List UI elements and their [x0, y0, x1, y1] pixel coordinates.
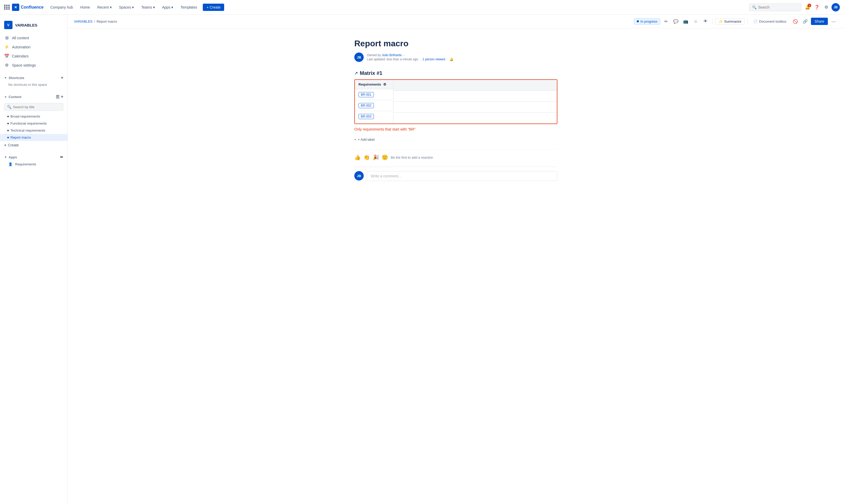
sidebar-item-requirements[interactable]: 👤 Requirements [0, 161, 67, 168]
nav-teams[interactable]: Teams ▾ [139, 4, 157, 11]
content-item-label: Broad requirements [11, 114, 40, 118]
owner-name[interactable]: João Brilhante [382, 53, 402, 57]
content-search[interactable]: 🔍 [4, 103, 63, 111]
more-options-button[interactable]: ··· [829, 17, 838, 25]
search-icon: 🔍 [752, 5, 757, 10]
matrix-cell-br001: BR-001 [355, 89, 393, 100]
plus-icon: + [4, 143, 6, 147]
sidebar-item-automation[interactable]: ⚡ Automation [0, 42, 67, 52]
automation-icon: ⚡ [4, 44, 10, 49]
nav-templates[interactable]: Templates [178, 4, 200, 11]
tag-br002[interactable]: BR-002 [359, 103, 374, 108]
settings-button[interactable]: ⚙ [822, 3, 830, 12]
sidebar-item-space-settings[interactable]: ⚙ Space settings [0, 60, 67, 70]
comment-input[interactable]: Write a comment… [367, 171, 557, 181]
apps-edit-icon[interactable]: ✏ [60, 155, 63, 159]
breadcrumb-space[interactable]: VARIABLES [74, 19, 92, 23]
apps-grid-icon[interactable] [4, 5, 10, 10]
space-name: VARIABLES [15, 23, 37, 27]
sidebar-item-label: Space settings [12, 63, 36, 67]
content-header[interactable]: ▼ Content ☰ + [0, 93, 67, 101]
smiley-emoji[interactable]: 🙂 [382, 154, 388, 160]
matrix-cell-br002: BR-002 [355, 100, 393, 111]
add-label-text: + Add label [358, 138, 375, 142]
external-link-icon: ↗ [354, 71, 358, 76]
add-label-button[interactable]: + + Add label [354, 138, 557, 142]
logo-icon: ✕ [12, 4, 19, 11]
sidebar-item-report-macro[interactable]: Report macro [0, 134, 67, 141]
sidebar: V VARIABLES ⊞ All content ⚡ Automation 📅… [0, 15, 68, 504]
no-icon-button[interactable]: 🚫 [791, 17, 799, 25]
matrix-title: Matrix #1 [360, 70, 382, 76]
sidebar-item-broad[interactable]: Broad requirements [0, 113, 67, 120]
matrix-section-title: ↗ Matrix #1 [354, 70, 557, 76]
page-header-bar: VARIABLES / Report macro In progress ✏ 💬… [68, 15, 844, 28]
party-emoji[interactable]: 🎉 [373, 154, 379, 160]
chevron-down-icon: ▼ [4, 76, 7, 79]
owner-more[interactable]: ··· [402, 53, 405, 57]
views-link[interactable]: 1 person viewed [422, 57, 445, 61]
nav-company-hub[interactable]: Company hub [48, 4, 75, 11]
divider [712, 18, 712, 24]
star-button[interactable]: ☆ [691, 17, 700, 25]
content-item-label: Technical requirements [11, 128, 45, 132]
edit-button[interactable]: ✏ [662, 17, 670, 25]
sidebar-item-technical[interactable]: Technical requirements [0, 127, 67, 134]
sidebar-item-all-content[interactable]: ⊞ All content [0, 33, 67, 42]
chevron-down-icon: ▼ [4, 156, 7, 159]
thumbs-up-emoji[interactable]: 👍 [354, 154, 361, 160]
content-add-icon[interactable]: + [61, 94, 63, 100]
divider [747, 18, 748, 24]
apps-section: ▼ Apps ✏ 👤 Requirements [0, 154, 67, 168]
dot-icon [7, 123, 9, 124]
tag-br003[interactable]: BR-003 [359, 114, 374, 119]
summarize-button[interactable]: ✨ Summarize [715, 18, 745, 25]
matrix-table: Requirements ⚙ BR-001 BR-002 BR-003 [354, 79, 557, 124]
view-button[interactable]: 📺 [682, 17, 690, 25]
nav-home[interactable]: Home [77, 4, 92, 11]
content-section: ▼ Content ☰ + 🔍 Broad requirements Funct… [0, 93, 67, 141]
sidebar-item-calendars[interactable]: 📅 Calendars [0, 52, 67, 60]
search-box[interactable]: 🔍 [749, 3, 801, 11]
doc-toolbox-button[interactable]: 📄 Document toolbox [750, 18, 790, 24]
apps-header[interactable]: ▼ Apps ✏ [0, 154, 67, 161]
matrix-col-header: Requirements ⚙ [355, 80, 393, 89]
meta-info: Owned by João Brilhante ··· Last updated… [367, 53, 453, 61]
create-page-item[interactable]: + Create [0, 141, 67, 149]
person-icon: 👤 [8, 162, 13, 166]
tag-br001[interactable]: BR-001 [359, 92, 374, 97]
link-button[interactable]: 🔗 [801, 17, 809, 25]
sidebar-item-functional[interactable]: Functional requirements [0, 120, 67, 127]
comment-button[interactable]: 💬 [672, 17, 680, 25]
sidebar-item-label: All content [12, 36, 29, 40]
nav-spaces[interactable]: Spaces ▾ [116, 4, 137, 11]
search-input[interactable] [758, 5, 792, 10]
nav-recent[interactable]: Recent ▾ [95, 4, 114, 11]
page-title: Report macro [354, 39, 557, 48]
gear-icon[interactable]: ⚙ [383, 83, 386, 86]
notifications-button[interactable]: 🔔 3 [804, 3, 812, 12]
space-header: V VARIABLES [0, 19, 67, 31]
sparkle-icon: ✨ [719, 19, 723, 23]
share-button[interactable]: Share [811, 18, 828, 25]
page-body: Report macro JB Owned by João Brilhante … [339, 28, 573, 192]
content-search-input[interactable] [13, 105, 61, 109]
nav-apps[interactable]: Apps ▾ [159, 4, 176, 11]
shortcuts-add-icon[interactable]: + [61, 75, 63, 80]
matrix-right-cell-2 [393, 102, 557, 113]
user-avatar[interactable]: JB [831, 3, 840, 12]
clap-emoji[interactable]: 👏 [363, 154, 370, 160]
breadcrumb: VARIABLES / Report macro [74, 19, 117, 23]
create-label: Create [8, 143, 19, 147]
watch-button[interactable]: 👁 [701, 17, 710, 25]
updated-text: Last updated: less than a minute ago [367, 57, 418, 61]
confluence-logo[interactable]: ✕ Confluence [12, 4, 44, 11]
page-actions: In progress ✏ 💬 📺 ☆ 👁 ✨ Summarize 📄 Docu… [634, 17, 838, 25]
page-meta: JB Owned by João Brilhante ··· Last upda… [354, 53, 557, 62]
shortcuts-header[interactable]: ▼ Shortcuts + [0, 74, 67, 82]
help-button[interactable]: ❓ [813, 3, 821, 12]
create-button[interactable]: + Create [203, 4, 224, 11]
matrix-right-header [393, 80, 557, 91]
content-filter-icon[interactable]: ☰ [56, 94, 59, 100]
status-badge[interactable]: In progress [634, 18, 660, 25]
